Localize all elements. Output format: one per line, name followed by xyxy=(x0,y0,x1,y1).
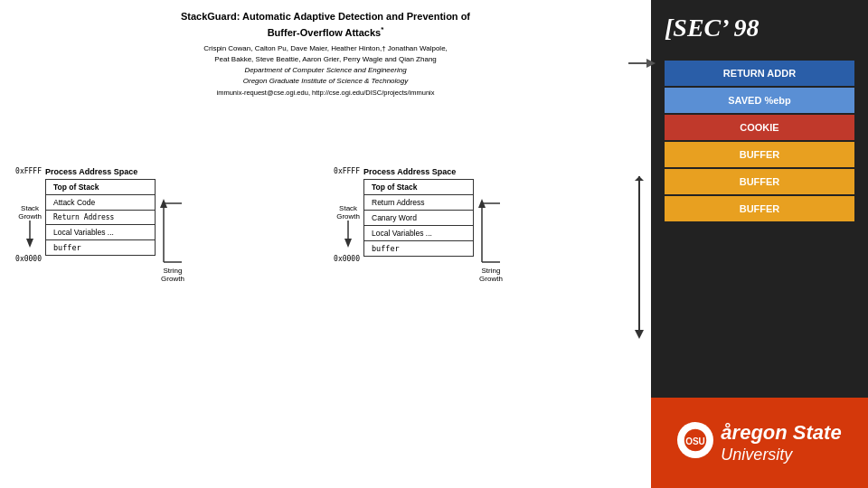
svg-marker-7 xyxy=(344,239,352,248)
left-addr-bottom: 0x0000 xyxy=(15,255,42,263)
left-stack-label: Stack xyxy=(21,204,39,212)
block-return-addr: RETURN ADDR xyxy=(665,61,854,86)
left-addr-top: 0xFFFF xyxy=(15,167,42,175)
right-string-growth: String Growth xyxy=(479,267,503,283)
citation-label: [SEC’ 98 xyxy=(651,0,868,52)
block-buffer-3: BUFFER xyxy=(665,196,854,221)
paper-dept: Department of Computer Science and Engin… xyxy=(9,65,642,87)
left-stack-box: Top of Stack Attack Code Return Address … xyxy=(45,179,156,256)
connector-arrow xyxy=(628,176,651,339)
right-stack-label: Stack xyxy=(339,204,357,212)
right-growth-label: Growth xyxy=(336,212,360,221)
block-buffer-2: BUFFER xyxy=(665,169,854,194)
svg-marker-1 xyxy=(26,239,33,248)
left-string-growth: String Growth xyxy=(161,267,184,283)
paper-authors: Crispin Cowan, Calton Pu, Dave Maier, He… xyxy=(9,43,642,65)
osu-icon: OSU xyxy=(677,422,713,458)
svg-marker-18 xyxy=(635,330,644,339)
block-buffer-1: BUFFER xyxy=(665,142,854,167)
svg-marker-13 xyxy=(646,59,656,68)
left-diagram: 0xFFFF Stack Growth 0x0000 Process Addre… xyxy=(7,167,186,283)
paper-title: StackGuard: Automatic Adaptive Detection… xyxy=(9,9,642,40)
block-saved-ebp: SAVED %ebp xyxy=(665,88,854,113)
right-diagram: 0xFFFF Stack Growth 0x0000 Process Addre… xyxy=(326,167,505,283)
left-proc-title: Process Address Space xyxy=(45,167,156,176)
svg-marker-17 xyxy=(635,176,644,181)
right-stack-box: Top of Stack Return Address Canary Word … xyxy=(363,179,474,257)
svg-text:OSU: OSU xyxy=(686,436,706,446)
block-cookie: COOKIE xyxy=(665,115,854,140)
right-addr-top: 0xFFFF xyxy=(334,167,360,175)
right-proc-title: Process Address Space xyxy=(363,167,474,176)
osu-logo: OSU åregon State University xyxy=(651,398,868,488)
osu-line2: University xyxy=(721,446,841,465)
osu-line1: åregon State xyxy=(721,421,841,445)
sidebar: [SEC’ 98 RETURN ADDR SAVED %ebp COOKIE B… xyxy=(651,0,868,488)
paper-email: immunix-request@cse.ogi.edu, http://cse.… xyxy=(9,89,642,97)
right-addr-bottom: 0x0000 xyxy=(334,255,360,263)
left-growth-label: Growth xyxy=(18,212,42,221)
